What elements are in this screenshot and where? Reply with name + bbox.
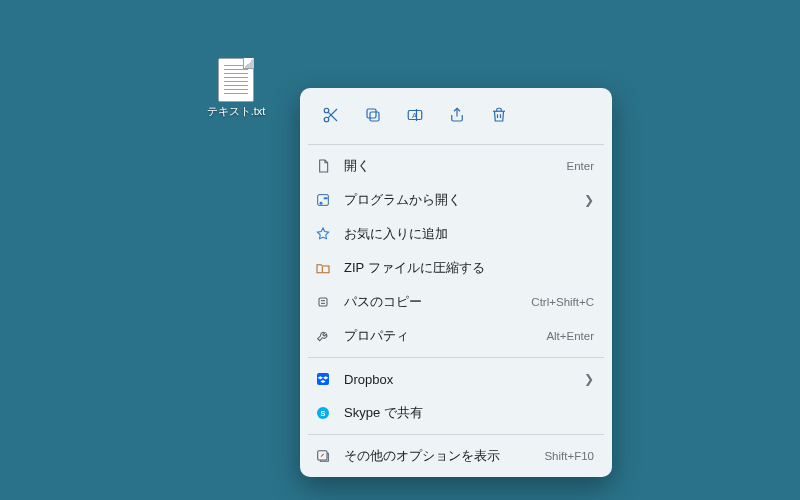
menu-copy-path-accel: Ctrl+Shift+C (531, 296, 594, 308)
desktop-file-txt[interactable]: テキスト.txt (198, 58, 274, 119)
dropbox-icon (314, 370, 332, 388)
menu-open-with[interactable]: プログラムから開く ❯ (300, 183, 612, 217)
menu-compress-zip[interactable]: ZIP ファイルに圧縮する (300, 251, 612, 285)
wrench-icon (314, 327, 332, 345)
rename-icon: A (406, 106, 424, 124)
svg-point-10 (320, 202, 323, 205)
menu-open-accel: Enter (567, 160, 595, 172)
delete-button[interactable] (482, 98, 516, 132)
svg-point-0 (324, 117, 329, 122)
menu-more-options-label: その他のオプションを表示 (344, 447, 532, 465)
menu-skype-share-label: Skype で共有 (344, 404, 594, 422)
desktop-file-label: テキスト.txt (207, 104, 266, 119)
menu-dropbox[interactable]: Dropbox ❯ (300, 362, 612, 396)
separator (308, 144, 604, 145)
menu-more-options-accel: Shift+F10 (544, 450, 594, 462)
svg-rect-16 (317, 373, 329, 385)
menu-dropbox-label: Dropbox (344, 372, 572, 387)
context-menu-toolbar: A (300, 94, 612, 140)
star-icon (314, 225, 332, 243)
skype-icon: S (314, 404, 332, 422)
open-with-icon (314, 191, 332, 209)
zip-folder-icon (314, 259, 332, 277)
menu-properties-accel: Alt+Enter (546, 330, 594, 342)
copy-icon (364, 106, 382, 124)
menu-copy-path[interactable]: パスのコピー Ctrl+Shift+C (300, 285, 612, 319)
copy-button[interactable] (356, 98, 390, 132)
more-options-icon (314, 447, 332, 465)
svg-rect-11 (324, 197, 328, 199)
separator (308, 434, 604, 435)
chevron-right-icon: ❯ (584, 372, 594, 386)
menu-open[interactable]: 開く Enter (300, 149, 612, 183)
menu-copy-path-label: パスのコピー (344, 293, 519, 311)
menu-more-options[interactable]: その他のオプションを表示 Shift+F10 (300, 439, 612, 473)
svg-point-1 (324, 108, 329, 113)
copy-path-icon (314, 293, 332, 311)
svg-text:S: S (321, 409, 326, 418)
rename-button[interactable]: A (398, 98, 432, 132)
trash-icon (490, 106, 508, 124)
context-menu: A (300, 88, 612, 477)
menu-open-with-label: プログラムから開く (344, 191, 572, 209)
scissors-icon (322, 106, 340, 124)
cut-button[interactable] (314, 98, 348, 132)
share-button[interactable] (440, 98, 474, 132)
menu-properties[interactable]: プロパティ Alt+Enter (300, 319, 612, 353)
share-icon (448, 106, 466, 124)
menu-add-favorite[interactable]: お気に入りに追加 (300, 217, 612, 251)
svg-rect-13 (319, 298, 327, 306)
svg-rect-4 (370, 112, 379, 121)
menu-properties-label: プロパティ (344, 327, 534, 345)
svg-rect-9 (318, 195, 329, 206)
chevron-right-icon: ❯ (584, 193, 594, 207)
menu-add-favorite-label: お気に入りに追加 (344, 225, 594, 243)
text-file-icon (218, 58, 254, 102)
menu-compress-zip-label: ZIP ファイルに圧縮する (344, 259, 594, 277)
separator (308, 357, 604, 358)
menu-skype-share[interactable]: S Skype で共有 (300, 396, 612, 430)
document-icon (314, 157, 332, 175)
svg-rect-5 (367, 109, 376, 118)
menu-open-label: 開く (344, 157, 555, 175)
